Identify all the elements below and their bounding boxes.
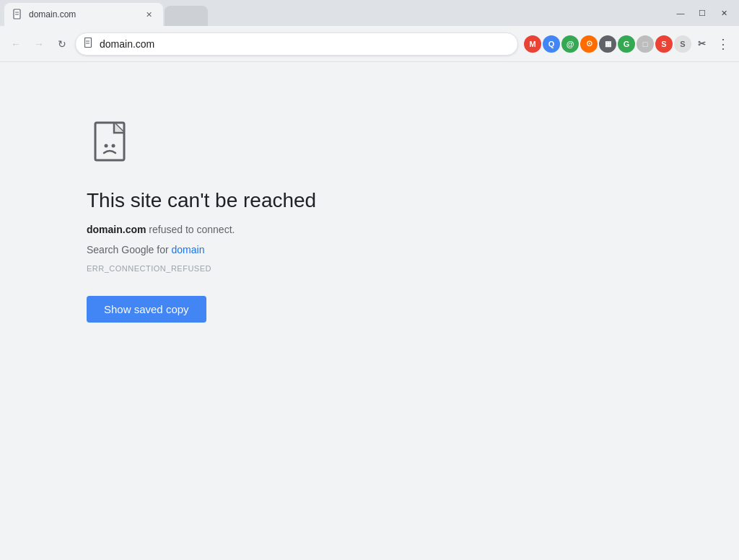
error-search-text: Search Google for domain — [87, 244, 316, 255]
active-tab[interactable]: domain.com ✕ — [4, 3, 163, 26]
window-controls: — ☐ ✕ — [665, 4, 739, 22]
extensions-area: M Q @ ⊙ ▦ G □ S S ✂ — [524, 35, 710, 53]
toolbar: ← → ↻ domain.com M Q @ ⊙ ▦ G □ S S ✂ ⋮ — [0, 26, 739, 62]
svg-point-7 — [105, 144, 108, 148]
search-link[interactable]: domain — [172, 244, 205, 255]
title-bar: domain.com ✕ — ☐ ✕ — [0, 0, 739, 26]
error-title: This site can't be reached — [87, 189, 316, 212]
error-refused-text: refused to connect. — [149, 224, 235, 235]
svg-rect-3 — [85, 38, 92, 47]
ext-light[interactable]: S — [674, 35, 691, 53]
back-button[interactable]: ← — [6, 34, 26, 54]
reload-button[interactable]: ↻ — [52, 34, 72, 54]
address-text: domain.com — [100, 38, 509, 50]
chrome-menu-button[interactable]: ⋮ — [713, 34, 733, 54]
address-bar[interactable]: domain.com — [75, 32, 518, 56]
ext-red[interactable]: S — [655, 35, 673, 53]
error-page: This site can't be reached domain.com re… — [0, 62, 739, 560]
forward-button[interactable]: → — [29, 34, 49, 54]
error-domain-text: domain.com refused to connect. — [87, 224, 316, 235]
ext-gmail[interactable]: M — [524, 35, 541, 53]
error-icon — [87, 120, 139, 172]
search-prefix: Search Google for — [87, 244, 172, 255]
ext-camera[interactable]: ▦ — [599, 35, 616, 53]
ext-q[interactable]: Q — [543, 35, 560, 53]
maximize-button[interactable]: ☐ — [693, 4, 712, 22]
error-domain-bold: domain.com — [87, 224, 146, 235]
show-saved-copy-button[interactable]: Show saved copy — [87, 296, 206, 323]
tab-favicon — [13, 9, 23, 20]
address-favicon — [84, 38, 94, 51]
inactive-tab[interactable] — [165, 6, 208, 26]
ext-scissors[interactable]: ✂ — [693, 35, 710, 53]
error-code: ERR_CONNECTION_REFUSED — [87, 264, 316, 273]
tab-close-button[interactable]: ✕ — [143, 9, 154, 20]
close-button[interactable]: ✕ — [714, 4, 733, 22]
error-content: This site can't be reached domain.com re… — [87, 120, 316, 323]
tab-title: domain.com — [29, 9, 137, 19]
svg-point-8 — [112, 144, 115, 148]
ext-orange[interactable]: ⊙ — [580, 35, 598, 53]
ext-at[interactable]: @ — [561, 35, 579, 53]
ext-gray[interactable]: □ — [637, 35, 654, 53]
minimize-button[interactable]: — — [671, 4, 690, 22]
ext-green[interactable]: G — [618, 35, 635, 53]
